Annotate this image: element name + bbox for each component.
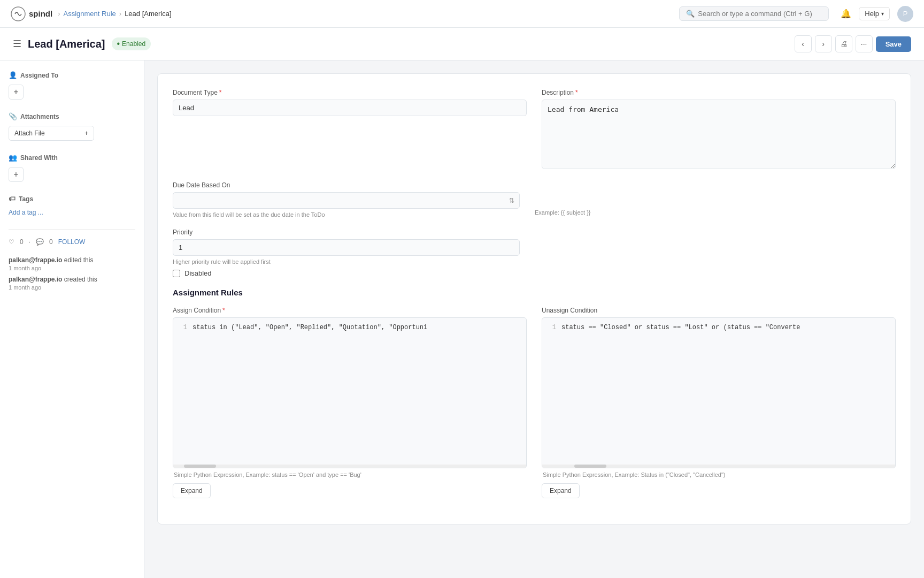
unassign-scrollbar-thumb <box>574 465 606 468</box>
document-type-input[interactable] <box>173 100 527 116</box>
form-row-1: Document Type * Description * Lead from … <box>173 89 896 171</box>
add-assignee-button[interactable]: + <box>9 85 24 100</box>
assigned-to-section: 👤 Assigned To + <box>9 71 135 100</box>
assign-condition-group: Assign Condition * 1 status in ("Lead", … <box>173 307 527 498</box>
unassign-condition-body[interactable]: 1 status == "Closed" or status == "Lost"… <box>542 318 895 462</box>
share-icon: 👥 <box>9 154 17 162</box>
code-editors-row: Assign Condition * 1 status in ("Lead", … <box>173 307 896 498</box>
unassign-condition-editor[interactable]: 1 status == "Closed" or status == "Lost"… <box>542 317 896 468</box>
page-container: ☰ Lead [America] Enabled ‹ › 🖨 ··· Save … <box>0 28 924 578</box>
next-button[interactable]: › <box>815 35 832 52</box>
paperclip-icon: 📎 <box>9 112 17 120</box>
priority-input[interactable] <box>173 239 520 256</box>
tag-icon: 🏷 <box>9 195 16 203</box>
required-star: * <box>219 89 222 96</box>
user-avatar[interactable]: P <box>897 6 913 22</box>
unassign-condition-hint: Simple Python Expression, Example: Statu… <box>542 471 896 478</box>
status-label: Enabled <box>122 40 145 48</box>
unassign-condition-group: Unassign Condition 1 status == "Closed" … <box>542 307 896 498</box>
description-textarea[interactable]: Lead from America <box>542 100 896 169</box>
activity-1: palkan@frappe.io edited this 1 month ago <box>9 256 135 271</box>
tags-section: 🏷 Tags Add a tag ... <box>9 195 135 216</box>
due-date-hint: Value from this field will be set as the… <box>173 211 520 218</box>
due-date-input[interactable] <box>173 192 520 209</box>
app-name: spindl <box>29 9 52 18</box>
priority-label: Priority <box>173 229 520 236</box>
notifications-bell[interactable]: 🔔 <box>841 9 851 19</box>
activity-2-user[interactable]: palkan@frappe.io <box>9 276 62 283</box>
priority-hint: Higher priority rule will be applied fir… <box>173 258 520 265</box>
attachments-title: 📎 Attachments <box>9 112 135 120</box>
nav-actions: 🔔 Help ▾ P <box>841 6 913 22</box>
search-input[interactable] <box>698 10 822 18</box>
assign-condition-scrollbar[interactable] <box>173 465 526 468</box>
help-menu[interactable]: Help ▾ <box>859 7 890 20</box>
more-options-button[interactable]: ··· <box>856 35 873 52</box>
document-type-group: Document Type * <box>173 89 527 171</box>
tags-title: 🏷 Tags <box>9 195 135 203</box>
help-label: Help <box>865 10 879 18</box>
description-example: Example: {{ subject }} <box>535 209 591 216</box>
search-bar[interactable]: 🔍 <box>679 6 829 21</box>
add-shared-button[interactable]: + <box>9 167 24 182</box>
assign-expand-button[interactable]: Expand <box>173 483 211 498</box>
priority-spacer <box>535 229 896 265</box>
assign-condition-editor[interactable]: 1 status in ("Lead", "Open", "Replied", … <box>173 317 527 468</box>
activity-1-user[interactable]: palkan@frappe.io <box>9 256 62 264</box>
hamburger-icon[interactable]: ☰ <box>13 38 21 50</box>
priority-group: Priority Higher priority rule will be ap… <box>173 229 520 265</box>
sidebar: 👤 Assigned To + 📎 Attachments Attach Fil… <box>0 60 144 578</box>
breadcrumb-sep-1: › <box>58 10 60 18</box>
page-title: Lead [America] <box>28 38 105 50</box>
assigned-to-title: 👤 Assigned To <box>9 71 135 79</box>
tags-label: Tags <box>19 195 33 203</box>
assign-condition-label: Assign Condition * <box>173 307 527 314</box>
description-group: Description * Lead from America <box>542 89 896 171</box>
section-title: Assignment Rules <box>173 288 896 297</box>
add-tag-link[interactable]: Add a tag ... <box>9 209 43 216</box>
description-example-group: Example: {{ subject }} <box>535 181 896 218</box>
due-date-label: Due Date Based On <box>173 181 520 189</box>
likes-count: 0 <box>20 238 24 246</box>
breadcrumb-current: Lead [America] <box>125 10 171 18</box>
unassign-expand-button[interactable]: Expand <box>542 483 580 498</box>
follow-button[interactable]: FOLLOW <box>58 238 86 246</box>
print-button[interactable]: 🖨 <box>835 35 852 52</box>
form-row-3: Priority Higher priority rule will be ap… <box>173 229 896 265</box>
heart-icon[interactable]: ♡ <box>9 238 14 246</box>
attachments-label: Attachments <box>20 113 59 120</box>
sidebar-divider <box>9 229 135 230</box>
dot-sep: · <box>29 238 30 246</box>
activity-2-time: 1 month ago <box>9 284 135 291</box>
breadcrumb-parent[interactable]: Assignment Rule <box>64 10 116 18</box>
attach-plus-icon: + <box>84 130 88 137</box>
form-card: Document Type * Description * Lead from … <box>157 73 911 524</box>
due-date-select-wrap <box>173 192 520 209</box>
app-logo[interactable]: spindl <box>11 6 52 21</box>
disabled-checkbox-row: Disabled <box>173 269 896 277</box>
unassign-condition-label: Unassign Condition <box>542 307 896 314</box>
attachments-section: 📎 Attachments Attach File + <box>9 112 135 141</box>
breadcrumb: › Assignment Rule › Lead [America] <box>58 10 171 18</box>
top-navigation: spindl › Assignment Rule › Lead [America… <box>0 0 924 28</box>
disabled-checkbox[interactable] <box>173 270 180 277</box>
attach-file-button[interactable]: Attach File + <box>9 126 94 141</box>
page-header-right: ‹ › 🖨 ··· Save <box>795 35 911 52</box>
comment-icon[interactable]: 💬 <box>36 238 44 246</box>
sidebar-footer-likes: ♡ 0 · 💬 0 FOLLOW <box>9 238 135 246</box>
assign-condition-body[interactable]: 1 status in ("Lead", "Open", "Replied", … <box>173 318 526 462</box>
page-header: ☰ Lead [America] Enabled ‹ › 🖨 ··· Save <box>0 28 924 60</box>
activity-2-action: created this <box>64 276 97 283</box>
unassign-code-line-1: 1 status == "Closed" or status == "Lost"… <box>542 323 895 332</box>
comments-count: 0 <box>49 238 53 246</box>
activity-2: palkan@frappe.io created this 1 month ag… <box>9 276 135 291</box>
shared-with-title: 👥 Shared With <box>9 154 135 162</box>
attach-file-label: Attach File <box>14 130 45 137</box>
document-type-label: Document Type * <box>173 89 527 96</box>
activity-1-action: edited this <box>64 256 94 264</box>
unassign-condition-scrollbar[interactable] <box>542 465 895 468</box>
disabled-label[interactable]: Disabled <box>184 269 212 277</box>
person-icon: 👤 <box>9 71 17 79</box>
save-button[interactable]: Save <box>876 36 911 52</box>
prev-button[interactable]: ‹ <box>795 35 812 52</box>
